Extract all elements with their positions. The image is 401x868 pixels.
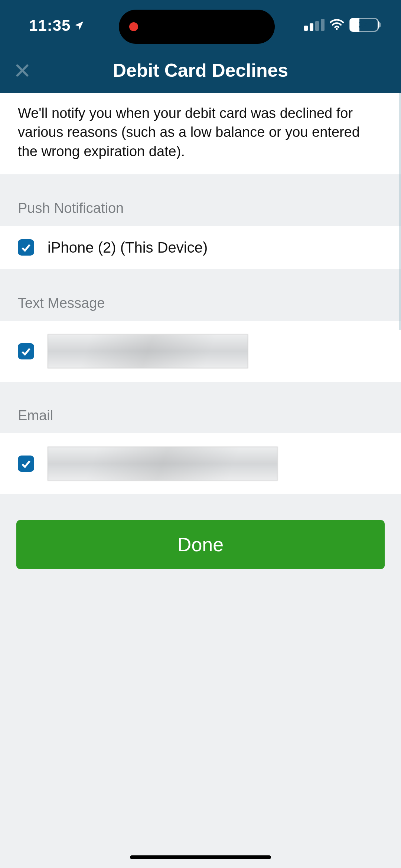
status-time: 11:35 [29,17,85,34]
text-phone-row[interactable] [0,321,401,382]
nav-bar: Debit Card Declines [0,48,401,93]
section-header-push: Push Notification [0,174,401,226]
battery-percent: 34 [359,19,369,31]
push-checkbox[interactable] [18,239,34,256]
status-time-text: 11:35 [29,17,71,34]
svg-point-0 [336,28,338,30]
push-device-row[interactable]: iPhone (2) (This Device) [0,226,401,269]
email-redacted [48,447,278,481]
check-icon [20,241,32,254]
check-icon [20,345,32,358]
action-area: Done [0,494,401,569]
battery-indicator: 34 [349,18,379,32]
location-arrow-icon [74,20,85,31]
close-icon [14,62,31,79]
app-header: 11:35 34 Debit Card Declines [0,0,401,93]
section-header-text: Text Message [0,269,401,321]
done-button[interactable]: Done [16,520,385,569]
section-header-email: Email [0,382,401,433]
done-button-label: Done [177,533,224,556]
push-device-label: iPhone (2) (This Device) [48,239,208,256]
home-indicator [130,855,271,859]
page-description: We'll notify you when your debit card wa… [0,93,401,174]
status-right: 34 [304,18,379,32]
recording-indicator-icon [129,22,138,31]
dynamic-island [119,10,275,44]
cellular-signal-icon [304,19,325,31]
wifi-icon [330,19,344,30]
email-row[interactable] [0,433,401,494]
right-edge-decor [399,93,401,330]
status-bar: 11:35 34 [0,0,401,37]
check-icon [20,457,32,470]
page-title: Debit Card Declines [113,60,288,81]
email-checkbox[interactable] [18,456,34,472]
close-button[interactable] [11,59,33,82]
text-checkbox[interactable] [18,343,34,359]
text-phone-redacted [48,334,248,368]
